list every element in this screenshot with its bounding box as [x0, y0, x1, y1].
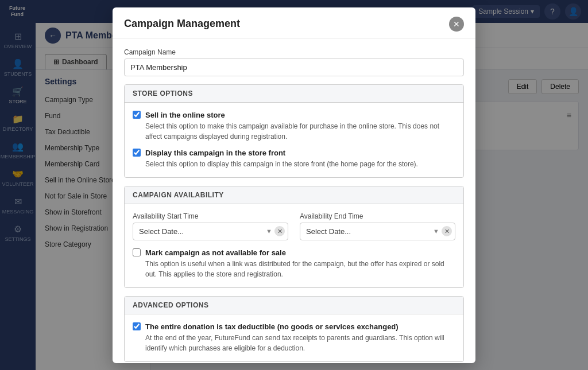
start-time-field: Availability Start Time Select Date... ▼…	[133, 212, 288, 240]
display-front-checkbox[interactable]	[133, 149, 141, 157]
end-time-select[interactable]: Select Date...	[300, 223, 455, 240]
tax-deductible-label[interactable]: The entire donation is tax deductible (n…	[145, 322, 399, 331]
display-front-label[interactable]: Display this campaign in the store front	[145, 149, 285, 157]
close-icon: ✕	[453, 20, 460, 29]
advanced-options-header: ADVANCED OPTIONS	[125, 297, 463, 314]
modal-body: Campaign Name STORE OPTIONS Sell in the …	[113, 39, 475, 363]
campaign-name-label: Campaign Name	[124, 48, 464, 56]
end-time-select-wrap: Select Date... ▼ ✕	[300, 223, 455, 240]
end-time-label: Availability End Time	[300, 212, 455, 220]
display-front-description: Select this option to display this campa…	[133, 159, 455, 169]
store-options-header: STORE OPTIONS	[125, 85, 463, 103]
mark-unavailable-label[interactable]: Mark campaign as not available for sale	[145, 248, 286, 257]
modal-close-button[interactable]: ✕	[449, 17, 464, 32]
start-time-select-wrap: Select Date... ▼ ✕	[133, 223, 288, 240]
tax-deductible-description: At the end of the year, FutureFund can s…	[133, 333, 455, 353]
store-options-section: STORE OPTIONS Sell in the online store S…	[124, 84, 464, 178]
campaign-name-field: Campaign Name	[124, 48, 464, 76]
tax-deductible-checkbox[interactable]	[133, 322, 141, 330]
advanced-options-body: The entire donation is tax deductible (n…	[125, 314, 463, 361]
sell-online-label[interactable]: Sell in the online store	[145, 111, 225, 119]
start-time-label: Availability Start Time	[133, 212, 288, 220]
tax-deductible-option: The entire donation is tax deductible (n…	[133, 322, 455, 353]
campaign-availability-body: Availability Start Time Select Date... ▼…	[125, 204, 463, 287]
date-row: Availability Start Time Select Date... ▼…	[133, 212, 455, 240]
modal-overlay: Campaign Management ✕ Campaign Name STOR…	[0, 0, 588, 370]
end-time-clear-icon[interactable]: ✕	[442, 226, 452, 236]
start-time-select[interactable]: Select Date...	[133, 223, 288, 240]
mark-unavailable-description: This option is useful when a link was di…	[133, 259, 455, 279]
campaign-availability-header: CAMPAIGN AVAILABILITY	[125, 186, 463, 204]
store-options-body: Sell in the online store Select this opt…	[125, 103, 463, 177]
display-front-option: Display this campaign in the store front…	[133, 149, 455, 169]
campaign-name-input[interactable]	[124, 59, 464, 76]
start-time-clear-icon[interactable]: ✕	[274, 226, 285, 236]
sell-online-option: Sell in the online store Select this opt…	[133, 111, 455, 142]
mark-unavailable-option: Mark campaign as not available for sale …	[133, 248, 455, 279]
end-time-field: Availability End Time Select Date... ▼ ✕	[300, 212, 455, 240]
mark-unavailable-checkbox[interactable]	[133, 248, 141, 256]
modal-header: Campaign Management ✕	[113, 7, 475, 39]
campaign-management-modal: Campaign Management ✕ Campaign Name STOR…	[113, 7, 475, 363]
modal-title: Campaign Management	[124, 18, 240, 30]
campaign-availability-section: CAMPAIGN AVAILABILITY Availability Start…	[124, 186, 464, 288]
sell-online-description: Select this option to make this campaign…	[133, 121, 455, 142]
sell-online-checkbox[interactable]	[133, 111, 141, 119]
advanced-options-section: ADVANCED OPTIONS The entire donation is …	[124, 296, 464, 362]
